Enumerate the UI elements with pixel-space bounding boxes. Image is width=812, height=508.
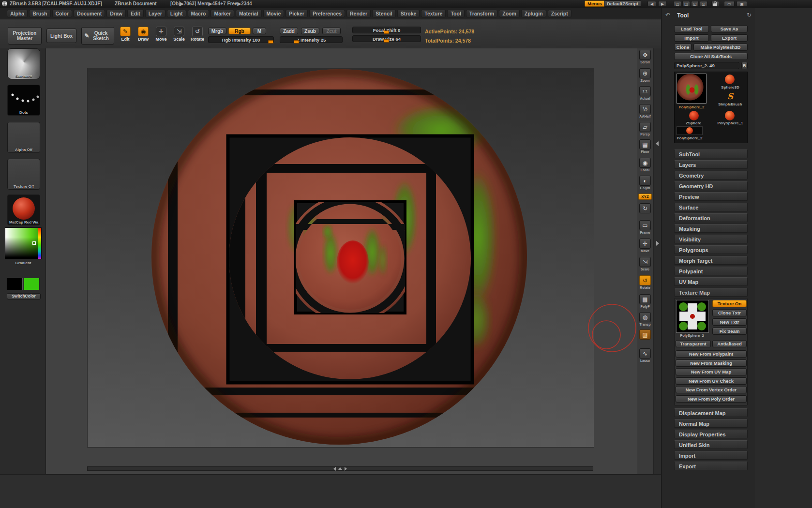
antialiased-toggle[interactable]: Antialiased bbox=[712, 340, 747, 347]
tool-section-polypaint[interactable]: Polypaint bbox=[674, 267, 748, 275]
aahalf-icon[interactable]: ½ bbox=[639, 104, 651, 114]
rotate-view-tool[interactable]: ↺Rotate bbox=[638, 275, 652, 289]
tool-section-geometry-hd[interactable]: Geometry HD bbox=[674, 181, 748, 190]
z-intensity-slider[interactable]: Z Intensity 25 bbox=[280, 36, 343, 43]
palette-undock-icon[interactable]: ↶ bbox=[665, 12, 670, 18]
new-from-masking-button[interactable]: New From Masking bbox=[676, 359, 747, 367]
fix-seam-button[interactable]: Fix Seam bbox=[712, 328, 747, 335]
tool-section-morph-target[interactable]: Morph Target bbox=[674, 256, 748, 265]
tool-section-preview[interactable]: Preview bbox=[674, 192, 748, 201]
palette-refresh-icon[interactable]: ↻ bbox=[747, 12, 752, 18]
tool-section-subtool[interactable]: SubTool bbox=[674, 149, 748, 158]
import-tool-button[interactable]: Import bbox=[674, 34, 709, 42]
menu-stencil[interactable]: Stencil bbox=[372, 10, 395, 17]
move-view-icon[interactable]: ✛ bbox=[639, 239, 651, 249]
simplebrush-tool-thumbnail[interactable]: S bbox=[726, 91, 735, 101]
menu-edit[interactable]: Edit bbox=[127, 10, 144, 17]
zscript-scroll-left-icon[interactable]: ◀ bbox=[647, 1, 656, 7]
menu-transform[interactable]: Transform bbox=[466, 10, 497, 17]
active-tool-name-slider[interactable]: PolySphere_2. 49 bbox=[674, 62, 739, 69]
focal-shift-slider[interactable]: Focal Shift 0 bbox=[352, 27, 421, 33]
new-from-polypaint-button[interactable]: New From Polypaint bbox=[676, 350, 747, 358]
transparency-icon[interactable]: ◍ bbox=[639, 312, 651, 322]
scale-view-icon[interactable]: ⇲ bbox=[639, 257, 651, 267]
zoom-tool[interactable]: ⊕Zoom bbox=[638, 68, 652, 82]
new-from-uv-map-button[interactable]: New From UV Map bbox=[676, 368, 747, 375]
menu-macro[interactable]: Macro bbox=[188, 10, 210, 17]
m-button[interactable]: M bbox=[253, 28, 266, 34]
rotate-mode-button[interactable]: ↺ Rotate bbox=[190, 27, 205, 46]
transparent-toggle[interactable]: Transparent bbox=[676, 340, 711, 347]
polyframe-icon[interactable]: ▩ bbox=[639, 294, 651, 304]
menu-material[interactable]: Material bbox=[236, 10, 262, 17]
local-symmetry-icon[interactable]: ◐ bbox=[639, 176, 651, 186]
tool-section-unified-skin[interactable]: Unified Skin bbox=[674, 440, 748, 449]
polysphere2-tool-thumbnail[interactable] bbox=[677, 126, 703, 135]
scroll-icon[interactable]: ✥ bbox=[639, 50, 651, 60]
actual-size-tool[interactable]: 1:1Actual bbox=[638, 86, 652, 100]
save-as-button[interactable]: Save As bbox=[711, 25, 748, 32]
menu-zoom[interactable]: Zoom bbox=[499, 10, 520, 17]
ghost-icon[interactable]: ▨ bbox=[639, 329, 651, 340]
quick-sketch-button[interactable]: ✎ Quick Sketch bbox=[81, 27, 114, 45]
draw-size-slider[interactable]: Draw Size 64 bbox=[352, 35, 421, 42]
lasso-icon[interactable]: ∿ bbox=[639, 348, 651, 359]
new-from-vertex-order-button[interactable]: New From Vertex Order bbox=[676, 386, 747, 393]
polyframe-toggle[interactable]: ▩PolyF bbox=[638, 294, 652, 308]
local-pivot-icon[interactable]: ◉ bbox=[639, 158, 651, 168]
gradient-swatch[interactable] bbox=[5, 227, 42, 259]
menu-color[interactable]: Color bbox=[52, 10, 72, 17]
new-from-uv-check-button[interactable]: New From UV Check bbox=[676, 377, 747, 385]
menu-tool[interactable]: Tool bbox=[447, 10, 464, 17]
menu-layer[interactable]: Layer bbox=[145, 10, 165, 17]
ghost-toggle[interactable]: ▨ bbox=[638, 329, 652, 340]
xyz-button[interactable]: XYZ bbox=[638, 194, 652, 200]
draw-mode-button[interactable]: ◉ Draw bbox=[136, 27, 150, 46]
menu-marker[interactable]: Marker bbox=[211, 10, 234, 17]
minimize-window-icon[interactable]: ▭ bbox=[724, 1, 735, 7]
tool-section-layers[interactable]: Layers bbox=[674, 160, 748, 169]
tool-section-export[interactable]: Export bbox=[674, 462, 748, 470]
tool-section-masking[interactable]: Masking bbox=[674, 224, 748, 233]
current-material-thumbnail[interactable]: MatCap Red Wa bbox=[7, 194, 40, 225]
menu-zplugin[interactable]: Zplugin bbox=[521, 10, 546, 17]
tool-section-geometry[interactable]: Geometry bbox=[674, 171, 748, 179]
texture-on-button[interactable]: Texture On bbox=[712, 300, 747, 307]
move-mode-button[interactable]: ✛ Move bbox=[154, 27, 168, 46]
menu-preferences[interactable]: Preferences bbox=[309, 10, 345, 17]
frame-tool[interactable]: ▭Frame bbox=[638, 220, 652, 234]
menu-stroke[interactable]: Stroke bbox=[397, 10, 420, 17]
menu-draw[interactable]: Draw bbox=[106, 10, 126, 17]
active-tool-thumbnail[interactable] bbox=[677, 74, 707, 104]
texture-map-thumbnail[interactable] bbox=[676, 300, 709, 333]
scroll-left-icon[interactable] bbox=[333, 467, 336, 471]
zsphere-tool-thumbnail[interactable] bbox=[689, 111, 699, 120]
menu-light[interactable]: Light bbox=[167, 10, 186, 17]
tray-toggle-left-icon[interactable] bbox=[656, 141, 659, 146]
current-alpha-thumbnail[interactable]: Alpha Off bbox=[7, 122, 40, 153]
zsub-button[interactable]: Zsub bbox=[301, 28, 319, 34]
document-canvas[interactable] bbox=[87, 68, 594, 448]
zscript-scroll-right-icon[interactable]: ▶ bbox=[658, 1, 667, 7]
menus-button[interactable]: Menus bbox=[585, 0, 605, 7]
mrgb-button[interactable]: Mrgb bbox=[208, 28, 226, 34]
transparency-toggle[interactable]: ◍Transp bbox=[638, 312, 652, 326]
scale-mode-button[interactable]: ⇲ Scale bbox=[172, 27, 186, 46]
sphere3d-tool-thumbnail[interactable] bbox=[725, 75, 735, 84]
spin-view-icon[interactable]: ↻ bbox=[639, 203, 651, 213]
tool-rename-button[interactable]: R bbox=[741, 62, 748, 69]
clone-all-subtools-button[interactable]: Clone All SubTools bbox=[674, 53, 748, 60]
doc-layout-icon-4[interactable]: ◲ bbox=[700, 1, 707, 7]
menu-movie[interactable]: Movie bbox=[263, 10, 285, 17]
actual-size-icon[interactable]: 1:1 bbox=[639, 86, 651, 96]
tool-section-surface[interactable]: Surface bbox=[674, 203, 748, 211]
tool-section-texture-map[interactable]: Texture Map bbox=[674, 288, 748, 297]
tool-section-deformation[interactable]: Deformation bbox=[674, 213, 748, 222]
zadd-button[interactable]: Zadd bbox=[280, 28, 298, 34]
current-stroke-thumbnail[interactable]: Dots bbox=[7, 85, 40, 116]
tool-section-display-properties[interactable]: Display Properties bbox=[674, 430, 748, 438]
menu-zscript[interactable]: Zscript bbox=[548, 10, 571, 17]
projection-master-button[interactable]: Projection Master bbox=[8, 27, 42, 45]
floor-toggle[interactable]: ▦Floor bbox=[638, 139, 652, 153]
slider-handle[interactable] bbox=[384, 30, 389, 34]
